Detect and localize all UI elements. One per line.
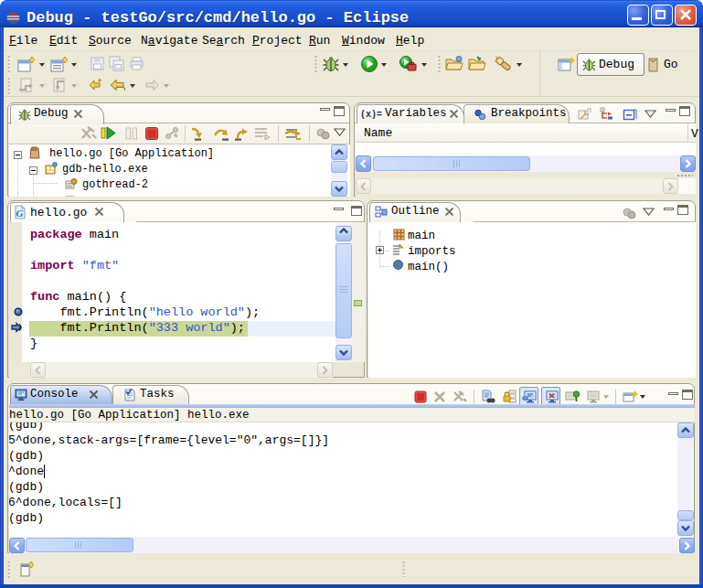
svg-text:G: G xyxy=(16,208,24,219)
